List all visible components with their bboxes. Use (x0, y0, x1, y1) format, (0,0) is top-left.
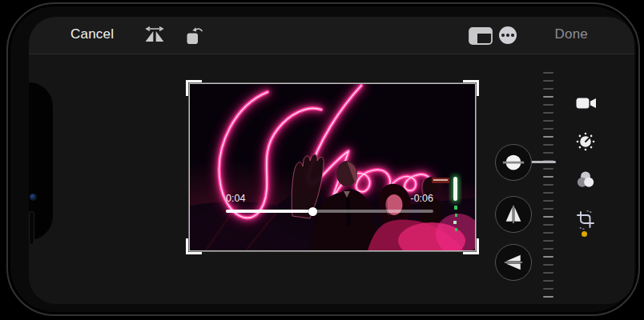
notch (29, 82, 53, 240)
straighten-button[interactable] (495, 144, 532, 181)
screenshot-stage: Cancel (0, 0, 644, 320)
cancel-button[interactable]: Cancel (70, 26, 114, 42)
remaining-time: -0:06 (411, 193, 434, 204)
scrubber-progress (226, 210, 312, 213)
dial-indicator (529, 161, 556, 163)
straighten-icon (501, 150, 525, 174)
screen: Cancel (29, 17, 634, 304)
video-still-neon-scene (190, 84, 475, 250)
earpiece-speaker (29, 211, 34, 245)
edit-toolbar: Cancel (29, 17, 634, 54)
rotate-icon[interactable] (185, 25, 204, 46)
more-options-icon[interactable] (499, 26, 517, 44)
crop-handle-top-left[interactable] (186, 80, 202, 96)
front-camera (30, 194, 37, 201)
horizontal-perspective-button[interactable] (495, 244, 532, 281)
video-crop-preview[interactable]: 0:04 -0:06 (190, 84, 475, 250)
tab-video-icon[interactable] (576, 97, 597, 110)
crop-handle-bottom-left[interactable] (186, 238, 202, 254)
crop-changes-dot (582, 231, 587, 237)
tab-filters-icon[interactable] (576, 171, 595, 188)
video-scrubber[interactable] (226, 210, 433, 213)
aspect-ratio-icon[interactable] (469, 27, 493, 45)
iphone-frame: Cancel (6, 2, 640, 316)
elapsed-time: 0:04 (226, 193, 245, 204)
scrubber-thumb[interactable] (308, 207, 317, 216)
vertical-perspective-icon (502, 203, 525, 226)
flip-horizontal-icon[interactable] (143, 26, 166, 44)
vertical-perspective-button[interactable] (495, 196, 532, 233)
straighten-dial[interactable] (543, 72, 554, 304)
crop-handle-bottom-right[interactable] (463, 238, 479, 254)
tab-adjust-icon[interactable] (576, 132, 595, 151)
tab-crop-icon[interactable] (576, 210, 595, 230)
crop-handle-top-right[interactable] (463, 80, 479, 96)
horizontal-perspective-icon (502, 251, 525, 274)
done-button[interactable]: Done (555, 26, 588, 42)
